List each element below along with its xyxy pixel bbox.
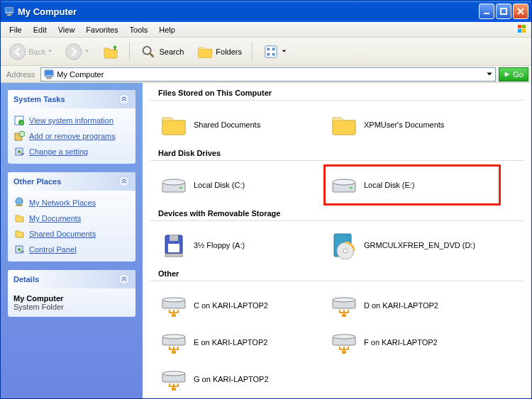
link-system-info[interactable]: View system information	[13, 113, 130, 128]
search-button[interactable]: Search	[135, 40, 188, 63]
back-dropdown-icon	[48, 49, 52, 54]
close-button[interactable]	[513, 4, 528, 19]
views-button[interactable]	[258, 40, 291, 63]
window-title: My Computer	[18, 6, 477, 17]
menu-edit[interactable]: Edit	[28, 24, 52, 35]
network-disk-icon	[160, 328, 188, 356]
link-label: View system information	[29, 116, 113, 125]
svg-rect-40	[501, 9, 506, 14]
minimize-button[interactable]	[479, 4, 494, 19]
item-label: D on KARI-LAPTOP2	[364, 301, 438, 310]
section-other: Other	[150, 264, 524, 281]
menu-view[interactable]: View	[52, 24, 81, 35]
control-icon	[13, 244, 25, 255]
item-net-d[interactable]: D on KARI-LAPTOP2	[327, 288, 497, 322]
item-label: XPMUser's Documents	[364, 120, 444, 129]
link-my-documents[interactable]: My Documents	[13, 210, 130, 226]
link-shared-documents[interactable]: Shared Documents	[13, 226, 130, 242]
toolbar-separator	[252, 42, 253, 62]
item-shared-documents[interactable]: Shared Documents	[157, 108, 327, 142]
panel-title: Other Places	[13, 177, 61, 186]
link-control-panel[interactable]: Control Panel	[13, 242, 130, 257]
go-icon	[504, 71, 511, 78]
network-disk-icon	[330, 291, 358, 320]
address-icon	[43, 69, 55, 80]
item-net-f[interactable]: F on KARI-LAPTOP2	[327, 325, 497, 359]
link-change-setting[interactable]: Change a setting	[13, 144, 130, 159]
network-disk-icon	[160, 291, 188, 320]
panel-system-tasks: System Tasks View system information Add…	[8, 90, 135, 164]
forward-icon	[65, 43, 82, 60]
address-dropdown-icon[interactable]	[486, 71, 493, 78]
item-label: C on KARI-LAPTOP2	[194, 301, 268, 310]
menu-tools[interactable]: Tools	[124, 24, 154, 35]
address-bar: Address Go	[1, 66, 531, 83]
detail-type: System Folder	[13, 303, 130, 311]
floppy-icon	[160, 231, 188, 259]
sidebar: System Tasks View system information Add…	[1, 83, 143, 398]
item-local-disk-c[interactable]: Local Disk (C:)	[157, 168, 327, 202]
back-label: Back	[28, 47, 45, 56]
go-label: Go	[513, 70, 523, 79]
content-area: Files Stored on This Computer Shared Doc…	[143, 83, 531, 398]
up-button[interactable]	[98, 40, 123, 63]
cd-icon	[330, 231, 358, 259]
item-label: Local Disk (E:)	[364, 181, 415, 189]
panel-title: Details	[13, 275, 39, 283]
item-label: GRMCULXFRER_EN_DVD (D:)	[364, 241, 475, 249]
menu-help[interactable]: Help	[153, 24, 181, 35]
panel-head-other-places[interactable]: Other Places	[8, 172, 135, 191]
panel-head-system-tasks[interactable]: System Tasks	[8, 90, 135, 108]
item-user-documents[interactable]: XPMUser's Documents	[327, 108, 497, 142]
folders-icon	[196, 43, 214, 60]
panel-head-details[interactable]: Details	[8, 270, 135, 288]
folder-icon	[13, 213, 25, 224]
folders-button[interactable]: Folders	[192, 40, 246, 63]
back-button[interactable]: Back	[5, 40, 57, 63]
detail-name: My Computer	[13, 294, 130, 303]
forward-dropdown-icon	[84, 49, 89, 54]
address-input[interactable]	[57, 70, 484, 79]
item-label: G on KARI-LAPTOP2	[194, 375, 269, 383]
add-remove-icon	[13, 130, 25, 142]
network-disk-icon	[160, 365, 188, 393]
menu-bar: File Edit View Favorites Tools Help	[1, 22, 531, 38]
link-label: Add or remove programs	[29, 132, 116, 140]
item-local-disk-e[interactable]: Local Disk (E:)	[327, 168, 497, 202]
item-label: 3½ Floppy (A:)	[194, 241, 245, 249]
forward-button[interactable]	[61, 40, 94, 63]
item-net-g[interactable]: G on KARI-LAPTOP2	[157, 362, 327, 396]
app-icon	[4, 6, 15, 17]
item-label: Local Disk (C:)	[194, 181, 245, 189]
link-add-remove[interactable]: Add or remove programs	[13, 128, 130, 144]
disk-icon	[330, 171, 358, 199]
item-net-c[interactable]: C on KARI-LAPTOP2	[157, 288, 327, 322]
collapse-icon	[118, 94, 130, 105]
info-icon	[13, 115, 25, 126]
link-network-places[interactable]: My Network Places	[13, 195, 130, 210]
address-label: Address	[4, 70, 38, 79]
item-net-e[interactable]: E on KARI-LAPTOP2	[157, 325, 327, 359]
address-input-wrap[interactable]	[40, 67, 496, 82]
folders-label: Folders	[216, 47, 242, 56]
link-label: My Documents	[29, 214, 81, 223]
search-label: Search	[159, 47, 184, 56]
item-label: Shared Documents	[194, 120, 260, 129]
folder-icon	[330, 111, 358, 139]
toolbar-separator	[129, 42, 130, 62]
folder-icon	[160, 111, 188, 139]
network-disk-icon	[330, 328, 358, 356]
panel-title: System Tasks	[13, 95, 65, 103]
menu-favorites[interactable]: Favorites	[80, 24, 123, 35]
item-label: F on KARI-LAPTOP2	[364, 338, 438, 347]
toolbar: Back Search Folders	[1, 38, 531, 66]
item-floppy-a[interactable]: 3½ Floppy (A:)	[157, 228, 327, 262]
maximize-button[interactable]	[496, 4, 511, 19]
link-label: My Network Places	[29, 198, 96, 207]
item-label: E on KARI-LAPTOP2	[194, 338, 267, 347]
item-dvd-d[interactable]: GRMCULXFRER_EN_DVD (D:)	[327, 228, 497, 262]
windows-flag-icon	[516, 23, 528, 36]
go-button[interactable]: Go	[499, 67, 528, 82]
menu-file[interactable]: File	[4, 24, 28, 35]
views-dropdown-icon	[282, 49, 287, 54]
